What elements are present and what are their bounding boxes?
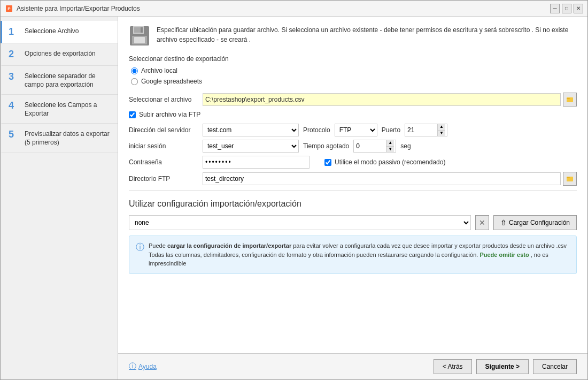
svg-rect-9 [567,98,570,99]
radio-local-label[interactable]: Archivo local [131,67,577,74]
step-number-2: 2 [9,49,19,60]
port-spinner: ▲ ▼ [405,124,447,136]
port-input[interactable] [405,124,437,136]
port-label: Puerto [382,126,400,134]
title-bar: P Asistente para Importar/Exportar Produ… [1,1,587,17]
step-label-2: Opciones de exportación [25,49,96,58]
sidebar: 1 Seleccione Archivo 2 Opciones de expor… [1,17,118,379]
load-btn-label: Cargar Configuración [509,219,570,226]
password-input[interactable] [203,156,310,169]
passive-label: Utilice el modo passivo (recomendado) [335,158,445,166]
step-label-5: Previsualizar datos a exportar (5 primer… [25,129,111,147]
ftp-dir-row: Directorio FTP [129,172,577,186]
info-box: ⓘ Puede cargar la configuración de impor… [129,235,577,274]
window-title: Asistente para Importar/Exportar Product… [17,5,550,12]
timeout-spinner: ▲ ▼ [353,140,396,153]
config-select[interactable]: none [129,215,471,230]
step-number-1: 1 [9,26,19,37]
file-path-input[interactable] [203,93,561,106]
window-controls: ─ □ ✕ [550,4,583,13]
select-file-label: Seleccionar el archivo [129,96,198,103]
svg-rect-5 [141,27,143,33]
ftp-checkbox-label: Subir archivo vía FTP [139,111,200,118]
info-box-text: Puede cargar la configuración de importa… [149,241,570,268]
browse-button[interactable] [563,93,577,107]
info-green-text: Puede omitir esto [479,252,529,258]
svg-rect-11 [567,177,570,178]
login-row: iniciar sesión test_user Tiempo agotado … [129,140,577,153]
ftp-dir-label: Directorio FTP [129,175,198,183]
timeout-label: Tiempo agotado [303,142,349,150]
app-icon: P [5,4,13,13]
next-button[interactable]: Siguiente > [476,359,529,374]
help-label: Ayuda [138,363,157,370]
radio-google-text: Google spreadsheets [141,78,202,85]
protocol-select[interactable]: FTP [335,124,377,136]
sidebar-item-2[interactable]: 2 Opciones de exportación [1,43,118,66]
password-label: Contraseña [129,158,198,166]
footer-buttons: < Atrás Siguiente > Cancelar [434,359,577,374]
timeout-input[interactable] [354,140,386,152]
server-row: Dirección del servidor test.com Protocol… [129,124,577,136]
file-select-row: Seleccionar el archivo [129,93,577,107]
minimize-button[interactable]: ─ [550,4,560,13]
protocol-label: Protocolo [303,126,330,134]
main-window: P Asistente para Importar/Exportar Produ… [0,0,588,380]
info-section: Especificar ubicación para guardar archi… [129,25,577,47]
seg-label: seg [400,142,411,150]
maximize-button[interactable]: □ [562,4,571,13]
svg-rect-7 [134,37,145,43]
timeout-up[interactable]: ▲ [386,140,394,147]
info-bold-1: cargar la configuración de importar/expo… [167,242,291,249]
radio-local[interactable] [131,67,138,74]
step-label-3: Seleccione separador de campo para expor… [25,71,111,89]
sidebar-item-3[interactable]: 3 Seleccione separador de campo para exp… [1,66,118,95]
step-number-3: 3 [9,71,19,82]
sidebar-item-5[interactable]: 5 Previsualizar datos a exportar (5 prim… [1,124,118,153]
passive-mode-container: Utilice el modo passivo (recomendado) [324,158,445,166]
load-config-button[interactable]: ⇧ Cargar Configuración [493,215,577,230]
config-title: Utilizar configuración importación/expor… [129,199,577,209]
cancel-button[interactable]: Cancelar [533,359,577,374]
radio-local-text: Archivo local [141,67,177,74]
ftp-dir-browse-button[interactable] [563,172,577,186]
login-label: iniciar sesión [129,142,198,150]
info-paragraph: Especificar ubicación para guardar archi… [157,25,577,44]
clear-config-button[interactable]: ✕ [475,215,489,230]
port-down[interactable]: ▼ [438,131,445,136]
port-arrows: ▲ ▼ [437,124,445,136]
step-number-4: 4 [9,100,19,111]
ftp-checkbox-row: Subir archivo vía FTP [129,111,577,118]
destination-label: Seleccionar destino de exportación [129,55,577,63]
ftp-checkbox[interactable] [129,111,136,118]
step-number-5: 5 [9,129,19,140]
main-body: Especificar ubicación para guardar archi… [118,17,587,353]
login-select[interactable]: test_user [203,140,299,153]
info-text-2: para evitar volver a configurarla cada v… [291,242,567,249]
port-up[interactable]: ▲ [438,124,445,131]
sidebar-item-4[interactable]: 4 Seleccione los Campos a Exportar [1,95,118,124]
server-label: Dirección del servidor [129,126,198,134]
radio-google[interactable] [131,78,138,85]
timeout-down[interactable]: ▼ [386,147,394,153]
info-circle-icon: ⓘ [136,241,144,268]
step-label-4: Seleccione los Campos a Exportar [25,100,111,118]
load-icon: ⇧ [500,218,507,227]
step-label-1: Seleccione Archivo [25,26,79,36]
passive-checkbox[interactable] [324,159,331,166]
folder-icon [566,96,574,103]
back-button[interactable]: < Atrás [434,359,472,374]
folder-open-icon [566,175,574,183]
radio-google-label[interactable]: Google spreadsheets [131,78,577,85]
info-text-1: Puede [149,242,167,249]
ftp-dir-input[interactable] [203,172,561,185]
config-row: none ✕ ⇧ Cargar Configuración [129,215,577,230]
sidebar-item-1[interactable]: 1 Seleccione Archivo [1,21,118,43]
password-row: Contraseña Utilice el modo passivo (reco… [129,156,577,169]
help-question-icon: ⓘ [129,362,136,371]
ftp-dir-container [203,172,577,186]
footer: ⓘ Ayuda < Atrás Siguiente > Cancelar [118,353,587,379]
close-button[interactable]: ✕ [574,4,583,13]
help-link[interactable]: ⓘ Ayuda [129,362,157,371]
server-select[interactable]: test.com [203,124,299,136]
